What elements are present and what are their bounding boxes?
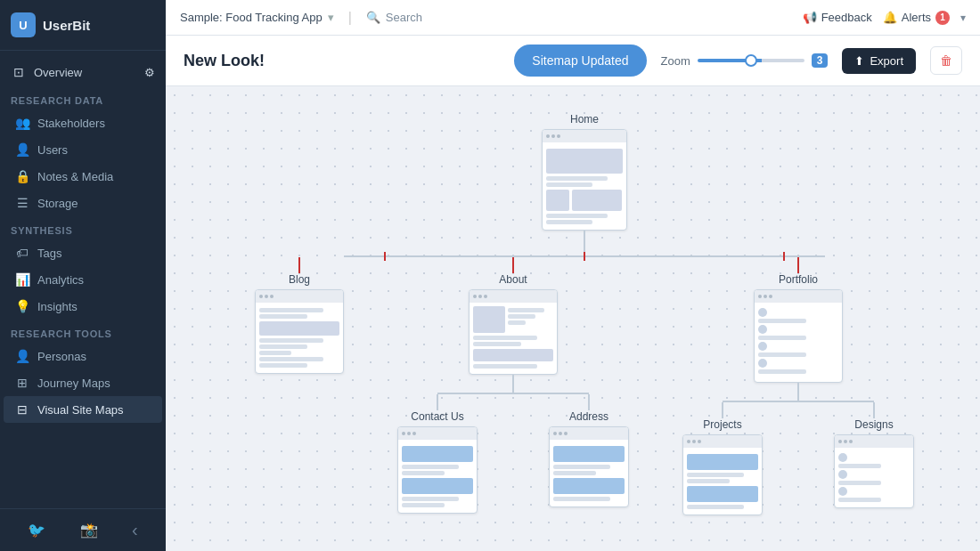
node-portfolio-label: Portfolio bbox=[779, 273, 818, 286]
node-blog-group: Blog bbox=[255, 257, 344, 374]
main-content: Sample: Food Tracking App ▾ | 🔍 Search 📢… bbox=[166, 0, 980, 551]
page-card-home[interactable] bbox=[542, 129, 627, 231]
sidebar-label-visual-site-maps: Visual Site Maps bbox=[37, 403, 124, 417]
instagram-icon[interactable]: 📸 bbox=[80, 522, 98, 539]
logo-icon: U bbox=[11, 12, 36, 37]
page-card-projects[interactable] bbox=[682, 434, 763, 515]
sidebar-item-stakeholders[interactable]: 👥 Stakeholders bbox=[4, 109, 162, 136]
page-card-about[interactable] bbox=[469, 289, 558, 375]
feedback-label: Feedback bbox=[821, 11, 872, 24]
visual-site-maps-icon: ⊟ bbox=[14, 402, 30, 417]
overview-label: Overview bbox=[34, 66, 82, 79]
page-header: New Look! Sitemap Updated Zoom 3 ⬆ Expor… bbox=[166, 36, 980, 86]
section-synthesis: Synthesis bbox=[0, 216, 166, 239]
sidebar-label-journey-maps: Journey Maps bbox=[37, 377, 110, 390]
sidebar-nav: ⊡ Overview ⚙ Research Data 👥 Stakeholder… bbox=[0, 51, 166, 508]
connector-portfolio-up bbox=[797, 257, 799, 273]
sidebar-item-analytics[interactable]: 📊 Analytics bbox=[4, 266, 162, 293]
tags-icon: 🏷 bbox=[14, 246, 30, 260]
feedback-icon: 📢 bbox=[803, 11, 817, 24]
personas-icon: 👤 bbox=[14, 349, 30, 363]
h-connector-level1 bbox=[344, 255, 825, 257]
sidebar-item-tags[interactable]: 🏷 Tags bbox=[4, 239, 162, 266]
sidebar-item-insights[interactable]: 💡 Insights bbox=[4, 293, 162, 320]
search-button[interactable]: 🔍 Search bbox=[366, 11, 422, 24]
h-connector-portfolio-children bbox=[723, 401, 874, 402]
overview-icon: ⊡ bbox=[11, 65, 27, 79]
node-about-group: About bbox=[397, 257, 629, 514]
section-research-tools: Research Tools bbox=[0, 320, 166, 343]
node-projects-group: Projects bbox=[682, 402, 763, 515]
app-name: UserBit bbox=[43, 18, 90, 33]
sidebar-item-storage[interactable]: ☰ Storage bbox=[4, 190, 162, 216]
sitemap-tree: Home bbox=[184, 104, 980, 551]
page-card-contact[interactable] bbox=[397, 426, 478, 514]
sidebar-label-users: Users bbox=[37, 143, 68, 157]
sitemap-canvas[interactable]: Home bbox=[166, 86, 980, 551]
sidebar-footer: 🐦 📸 ‹ bbox=[0, 508, 166, 551]
back-icon[interactable]: ‹ bbox=[132, 520, 138, 540]
portfolio-children-row: Projects bbox=[682, 402, 914, 515]
search-icon: 🔍 bbox=[366, 11, 380, 24]
toast-notification: Sitemap Updated bbox=[514, 45, 646, 77]
node-designs-group: Designs bbox=[834, 402, 914, 515]
settings-icon[interactable]: ⚙ bbox=[144, 66, 155, 79]
page-card-blog[interactable] bbox=[255, 289, 344, 374]
feedback-button[interactable]: 📢 Feedback bbox=[803, 11, 872, 24]
page-title: New Look! bbox=[184, 52, 500, 70]
twitter-icon[interactable]: 🐦 bbox=[28, 522, 45, 539]
zoom-slider[interactable] bbox=[698, 59, 804, 62]
h-connector-about-children bbox=[437, 393, 589, 394]
sidebar-overview-item[interactable]: ⊡ Overview ⚙ bbox=[0, 58, 166, 86]
notes-icon: 🔒 bbox=[14, 169, 30, 183]
connector-about-down bbox=[512, 375, 514, 393]
sidebar-label-stakeholders: Stakeholders bbox=[37, 117, 105, 130]
topbar-divider: | bbox=[348, 10, 352, 26]
zoom-control: Zoom 3 bbox=[661, 53, 829, 68]
node-portfolio-group: Portfolio bbox=[682, 257, 914, 515]
sidebar-item-journey-maps[interactable]: ⊞ Journey Maps bbox=[4, 369, 162, 396]
page-card-portfolio[interactable] bbox=[754, 289, 843, 383]
alerts-button[interactable]: 🔔 Alerts 1 bbox=[883, 11, 950, 25]
zoom-label: Zoom bbox=[661, 54, 690, 68]
alerts-label: Alerts bbox=[902, 11, 931, 24]
about-children-row: Contact Us bbox=[397, 394, 629, 514]
alerts-badge: 1 bbox=[935, 11, 950, 25]
node-designs-label: Designs bbox=[854, 418, 893, 431]
node-about-label: About bbox=[499, 273, 527, 286]
node-address-group: Address bbox=[549, 394, 629, 514]
project-selector[interactable]: Sample: Food Tracking App ▾ bbox=[180, 11, 334, 24]
export-icon: ⬆ bbox=[854, 54, 864, 68]
connector-about-up bbox=[512, 257, 514, 273]
sidebar-label-notes: Notes & Media bbox=[37, 170, 113, 183]
connector-portfolio-down bbox=[797, 383, 799, 401]
toast-text: Sitemap Updated bbox=[532, 53, 628, 68]
delete-button[interactable]: 🗑 bbox=[930, 46, 962, 75]
sidebar-header: U UserBit bbox=[0, 0, 166, 51]
sidebar-item-personas[interactable]: 👤 Personas bbox=[4, 343, 162, 369]
sidebar-item-notes-media[interactable]: 🔒 Notes & Media bbox=[4, 163, 162, 190]
users-icon: 👤 bbox=[14, 142, 30, 157]
sidebar-label-analytics: Analytics bbox=[37, 273, 84, 287]
sidebar-item-users[interactable]: 👤 Users bbox=[4, 136, 162, 163]
page-card-designs[interactable] bbox=[834, 434, 914, 508]
node-home: Home bbox=[542, 113, 627, 231]
sidebar: U UserBit ⊡ Overview ⚙ Research Data 👥 S… bbox=[0, 0, 166, 551]
stakeholders-icon: 👥 bbox=[14, 116, 30, 130]
export-label: Export bbox=[870, 54, 903, 68]
topbar-chevron-icon[interactable]: ▾ bbox=[960, 12, 966, 24]
zoom-value: 3 bbox=[812, 53, 829, 68]
node-home-label: Home bbox=[570, 113, 599, 126]
level1-row: Blog bbox=[255, 257, 914, 515]
insights-icon: 💡 bbox=[14, 299, 30, 313]
connector-blog-up bbox=[298, 257, 300, 273]
node-blog-label: Blog bbox=[289, 273, 310, 286]
node-address-label: Address bbox=[569, 410, 608, 423]
alerts-icon: 🔔 bbox=[883, 11, 897, 24]
export-button[interactable]: ⬆ Export bbox=[842, 48, 916, 74]
sidebar-label-storage: Storage bbox=[37, 197, 78, 210]
node-contact-group: Contact Us bbox=[397, 394, 478, 514]
page-card-address[interactable] bbox=[549, 426, 629, 507]
sidebar-item-visual-site-maps[interactable]: ⊟ Visual Site Maps bbox=[4, 396, 162, 423]
project-chevron-icon: ▾ bbox=[328, 11, 334, 24]
